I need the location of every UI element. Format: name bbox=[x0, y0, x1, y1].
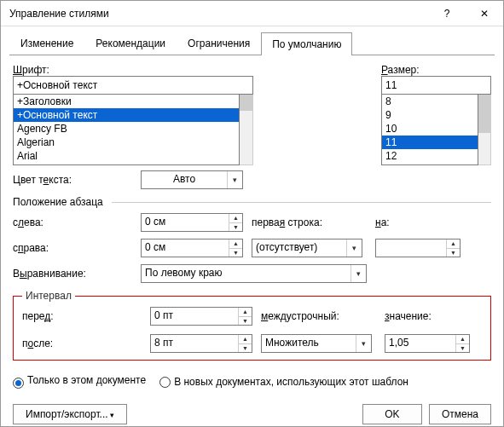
list-item[interactable]: 10 bbox=[382, 122, 478, 136]
radio-thisdoc[interactable]: Только в этом документе bbox=[13, 374, 146, 389]
interval-group: Интервал перед: 0 пт▲▼ междустрочный: зн… bbox=[13, 290, 491, 361]
radio-icon bbox=[159, 377, 171, 388]
list-item[interactable]: Algerian bbox=[14, 136, 239, 149]
chevron-down-icon: ▾ bbox=[227, 171, 242, 188]
list-item[interactable]: 12 bbox=[382, 149, 478, 163]
before-label: перед: bbox=[22, 310, 150, 322]
list-item[interactable]: 9 bbox=[382, 108, 478, 122]
right-label: справа: bbox=[13, 242, 141, 254]
list-item[interactable]: 11 bbox=[382, 136, 478, 149]
help-button[interactable]: ? bbox=[428, 1, 466, 26]
left-spin[interactable]: 0 см▲▼ bbox=[141, 213, 243, 232]
tab-restrict[interactable]: Ограничения bbox=[177, 32, 261, 55]
import-export-button[interactable]: Импорт/экспорт... bbox=[13, 404, 127, 424]
right-spin[interactable]: 0 см▲▼ bbox=[141, 239, 243, 257]
tab-defaults[interactable]: По умолчанию bbox=[261, 32, 352, 55]
spinner-icon: ▲▼ bbox=[229, 214, 242, 231]
titlebar: Управление стилями ? ✕ bbox=[1, 1, 503, 26]
by-label: на: bbox=[375, 216, 461, 228]
spinner-icon: ▲▼ bbox=[238, 335, 252, 352]
firstline-combo[interactable]: (отсутствует)▾ bbox=[252, 239, 362, 257]
chevron-down-icon: ▾ bbox=[356, 335, 371, 352]
spinner-icon: ▲▼ bbox=[229, 239, 242, 257]
tab-edit[interactable]: Изменение bbox=[9, 32, 84, 55]
radio-icon bbox=[13, 378, 24, 389]
close-icon: ✕ bbox=[480, 8, 489, 20]
by-spin[interactable]: ▲▼ bbox=[375, 239, 461, 257]
spinner-icon: ▲▼ bbox=[238, 308, 252, 325]
after-label: после: bbox=[22, 338, 150, 349]
scrollbar[interactable] bbox=[240, 95, 253, 165]
list-item[interactable]: Agency FB bbox=[14, 122, 239, 136]
tab-recommend[interactable]: Рекомендации bbox=[84, 32, 177, 55]
list-item[interactable]: Arial bbox=[14, 149, 239, 163]
size-listbox[interactable]: 8 9 10 11 12 bbox=[381, 94, 478, 165]
scrollbar[interactable] bbox=[478, 95, 491, 165]
before-spin[interactable]: 0 пт▲▼ bbox=[150, 307, 252, 326]
list-item[interactable]: +Заголовки bbox=[14, 95, 239, 108]
align-label: Выравнивание: bbox=[13, 268, 141, 280]
font-label: Шрифт: bbox=[13, 64, 253, 76]
radio-newdocs[interactable]: В новых документах, использующих этот ша… bbox=[159, 376, 408, 388]
list-item[interactable]: +Основной текст bbox=[14, 108, 239, 122]
chevron-down-icon: ▾ bbox=[346, 239, 362, 257]
window-title: Управление стилями bbox=[9, 8, 428, 20]
after-spin[interactable]: 8 пт▲▼ bbox=[150, 334, 252, 353]
linespacing-label: междустрочный: bbox=[261, 310, 385, 322]
textcolor-combo[interactable]: Авто ▾ bbox=[141, 170, 243, 189]
spinner-icon: ▲▼ bbox=[446, 239, 460, 257]
font-listbox[interactable]: +Заголовки +Основной текст Agency FB Alg… bbox=[13, 94, 240, 165]
at-label: значение: bbox=[385, 310, 470, 322]
help-icon: ? bbox=[444, 8, 450, 20]
font-input[interactable] bbox=[13, 76, 253, 95]
align-combo[interactable]: По левому краю▾ bbox=[141, 264, 367, 283]
firstline-label: первая строка: bbox=[252, 216, 375, 228]
scope-radiogroup: Только в этом документе В новых документ… bbox=[1, 369, 503, 397]
close-button[interactable]: ✕ bbox=[466, 1, 503, 26]
interval-heading: Интервал bbox=[22, 290, 75, 302]
paragraph-heading: Положение абзаца bbox=[13, 196, 491, 208]
list-item[interactable]: 8 bbox=[382, 95, 478, 108]
ok-button[interactable]: OK bbox=[362, 404, 422, 424]
spinner-icon: ▲▼ bbox=[455, 335, 469, 352]
cancel-button[interactable]: Отмена bbox=[429, 404, 491, 424]
linespacing-combo[interactable]: Множитель▾ bbox=[261, 334, 372, 353]
size-input[interactable] bbox=[381, 76, 491, 95]
left-label: слева: bbox=[13, 216, 141, 228]
at-spin[interactable]: 1,05▲▼ bbox=[385, 334, 470, 353]
tabs: Изменение Рекомендации Ограничения По ум… bbox=[1, 26, 503, 55]
textcolor-label: Цвет текста: bbox=[13, 174, 141, 186]
chevron-down-icon: ▾ bbox=[350, 265, 366, 282]
size-label: Размер: bbox=[381, 64, 491, 76]
